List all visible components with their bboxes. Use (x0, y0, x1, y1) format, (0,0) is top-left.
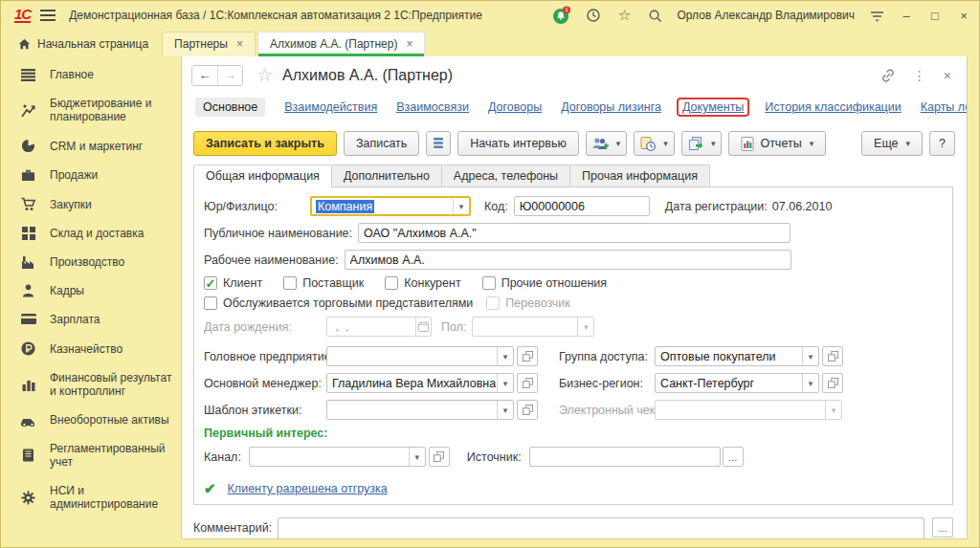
register-records-button[interactable] (426, 131, 451, 156)
close-window-button[interactable]: × (956, 9, 971, 23)
close-form-icon[interactable]: × (944, 68, 951, 83)
tab-other-info[interactable]: Прочая информация (569, 164, 710, 187)
birth-date-field[interactable] (326, 317, 432, 337)
history-clock-icon[interactable] (585, 7, 602, 24)
dropdown-arrow-icon[interactable] (497, 347, 513, 365)
client-checkbox[interactable] (204, 276, 217, 290)
tab-close-icon[interactable]: × (406, 37, 412, 51)
save-button[interactable]: Записать (344, 131, 419, 156)
favorite-star-icon[interactable]: ☆ (256, 64, 273, 86)
tab-partners[interactable]: Партнеры × (162, 32, 256, 56)
dropdown-arrow-icon[interactable] (497, 374, 513, 392)
source-input[interactable] (530, 448, 720, 466)
nav-link-documents[interactable]: Документы (682, 100, 744, 114)
tab-addresses-phones[interactable]: Адреса, телефоны (441, 164, 570, 187)
calendar-icon[interactable] (415, 318, 431, 336)
public-name-field[interactable] (358, 223, 791, 243)
sidebar-item-sales[interactable]: Продажи (1, 161, 181, 189)
main-menu-icon[interactable] (40, 10, 56, 21)
code-input[interactable] (515, 197, 649, 215)
gender-combobox[interactable] (472, 317, 594, 337)
nav-link-loyalty-cards[interactable]: Карты лояльности (921, 100, 968, 114)
open-value-button[interactable] (822, 373, 843, 393)
panel-settings-icon[interactable] (868, 7, 885, 24)
open-value-button[interactable] (517, 373, 538, 393)
nav-link-interactions[interactable]: Взаимодействия (284, 100, 377, 114)
sidebar-item-hr[interactable]: Кадры (1, 276, 181, 305)
sidebar-item-finance[interactable]: Финансовый результат и контроллинг (1, 363, 181, 406)
other-relations-checkbox[interactable] (482, 276, 496, 290)
tab-close-icon[interactable]: × (236, 37, 243, 51)
nav-link-leasing-contracts[interactable]: Договоры лизинга (561, 100, 661, 114)
shipping-allowed-link[interactable]: Клиенту разрешена отгрузка (228, 482, 388, 495)
tab-additional[interactable]: Дополнительно (331, 164, 442, 187)
help-button[interactable]: ? (929, 131, 955, 156)
more-button[interactable]: Еще (861, 131, 923, 156)
region-combobox[interactable]: Санкт-Петербург (655, 373, 819, 393)
sidebar-item-regulated[interactable]: Регламентированный учет (1, 434, 181, 476)
dropdown-arrow-icon[interactable] (825, 401, 841, 419)
minimize-button[interactable]: – (899, 9, 914, 23)
current-user-name[interactable]: Орлов Александр Владимирович (677, 9, 855, 22)
birth-date-input[interactable] (327, 318, 415, 336)
favorites-star-icon[interactable]: ☆ (615, 7, 633, 24)
tab-home[interactable]: Начальная страница (7, 33, 160, 56)
channel-combobox[interactable] (249, 447, 426, 467)
dropdown-arrow-icon[interactable] (577, 318, 593, 336)
more-dots-icon[interactable]: ⋮ (913, 68, 926, 83)
sidebar-item-crm[interactable]: CRM и маркетинг (1, 131, 181, 161)
open-value-button[interactable] (429, 447, 450, 467)
forward-arrow-button[interactable]: → (217, 66, 242, 85)
access-group-combobox[interactable]: Оптовые покупатели (655, 346, 819, 366)
nav-link-main[interactable]: Основное (195, 98, 265, 117)
save-and-close-button[interactable]: Записать и закрыть (193, 131, 337, 156)
comment-ellipsis-button[interactable]: ... (932, 517, 953, 537)
sidebar-item-warehouse[interactable]: Склад и доставка (1, 219, 181, 248)
tab-general-info[interactable]: Общая информация (193, 164, 332, 187)
sidebar-item-treasury[interactable]: Казначейство (1, 334, 181, 363)
manager-combobox[interactable]: Гладилина Вера Михайловна (326, 373, 514, 393)
code-field[interactable] (514, 196, 650, 216)
dropdown-arrow-icon[interactable] (802, 347, 818, 365)
dropdown-arrow-icon[interactable] (409, 448, 425, 466)
back-arrow-button[interactable]: ← (192, 66, 217, 85)
nav-link-contracts[interactable]: Договоры (488, 100, 542, 114)
carrier-checkbox[interactable] (486, 296, 500, 310)
maximize-button[interactable]: □ (927, 9, 943, 23)
get-link-icon[interactable] (880, 68, 896, 83)
comment-textarea[interactable] (278, 517, 924, 539)
competitor-checkbox[interactable] (385, 276, 398, 290)
contact-persons-dropdown-button[interactable] (586, 131, 628, 156)
open-value-button[interactable] (517, 346, 538, 366)
notifications-bell-icon[interactable]: 1 (552, 6, 571, 25)
label-template-combobox[interactable] (326, 400, 514, 420)
tasks-dropdown-button[interactable] (634, 131, 675, 156)
sidebar-item-admin[interactable]: НСИ и администрирование (1, 476, 181, 518)
open-value-button[interactable] (517, 400, 538, 420)
sidebar-item-purchases[interactable]: Закупки (1, 189, 181, 219)
sidebar-item-budgeting[interactable]: Бюджетирование и планирование (1, 89, 181, 131)
search-icon[interactable] (646, 7, 663, 24)
dropdown-arrow-icon[interactable] (497, 401, 513, 419)
source-field[interactable] (529, 447, 721, 467)
tab-partner-card[interactable]: Алхимов А.А. (Партнер) × (257, 32, 426, 56)
open-value-button[interactable] (822, 346, 843, 366)
source-ellipsis-button[interactable]: ... (723, 447, 744, 467)
legal-type-combobox[interactable]: Компания (310, 196, 471, 216)
dropdown-arrow-icon[interactable] (453, 198, 469, 214)
sidebar-item-production[interactable]: Производство (1, 248, 181, 276)
work-name-input[interactable] (345, 251, 791, 269)
nav-link-classification-history[interactable]: История классификации (765, 100, 901, 114)
sales-rep-checkbox[interactable] (204, 296, 217, 310)
reports-button[interactable]: Отчеты (728, 131, 826, 156)
public-name-input[interactable] (359, 224, 790, 242)
work-name-field[interactable] (345, 250, 791, 270)
e-receipt-combobox[interactable] (655, 400, 842, 420)
sidebar-item-salary[interactable]: Зарплата (1, 305, 181, 334)
dropdown-arrow-icon[interactable] (802, 374, 818, 392)
sidebar-item-main[interactable]: Главное (1, 60, 181, 89)
supplier-checkbox[interactable] (283, 276, 297, 290)
copy-dropdown-button[interactable] (681, 131, 723, 156)
start-interview-button[interactable]: Начать интервью (457, 131, 579, 156)
nav-link-relations[interactable]: Взаимосвязи (396, 100, 469, 114)
